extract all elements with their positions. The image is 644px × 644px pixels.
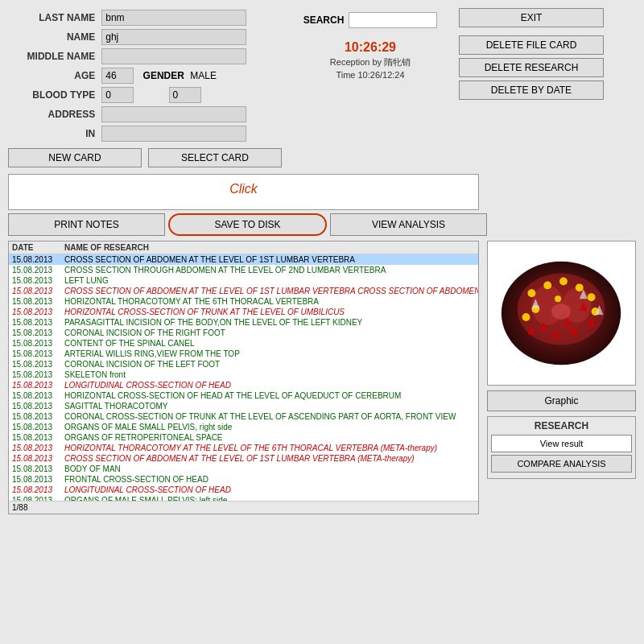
view-result-button[interactable]: View result bbox=[491, 435, 632, 452]
table-cell-date: 15.08.2013 bbox=[9, 411, 61, 422]
table-row[interactable]: 15.08.2013CORONAL CROSS-SECTION OF TRUNK… bbox=[9, 411, 478, 422]
reception-label: Reception by bbox=[330, 57, 382, 67]
reception-text: Reception by 隋牝销 bbox=[330, 56, 411, 68]
svg-point-13 bbox=[555, 295, 561, 302]
center-section: SEARCH 10:26:29 Reception by 隋牝销 Time 10… bbox=[290, 8, 451, 167]
new-card-button[interactable]: NEW CARD bbox=[8, 148, 142, 167]
graphic-button[interactable]: Graphic bbox=[487, 390, 636, 411]
table-cell-name: HORIZONTAL THORACOTOMY AT THE 6TH THORAC… bbox=[61, 296, 478, 307]
table-row[interactable]: 15.08.2013SKELETON front bbox=[9, 369, 478, 380]
table-row[interactable]: 15.08.2013FRONTAL CROSS-SECTION OF HEAD bbox=[9, 474, 478, 485]
table-row[interactable]: 15.08.2013PARASAGITTAL INCISION OF THE B… bbox=[9, 317, 478, 328]
table-row[interactable]: 15.08.2013LONGITUDINAL CROSS-SECTION OF … bbox=[9, 380, 478, 390]
table-cell-name: ORGANS OF RETROPERITONEAL SPACE bbox=[61, 432, 478, 443]
table-cell-date: 15.08.2013 bbox=[9, 275, 61, 286]
table-cell-name: ARTERIAL WILLIS RING,VIEW FROM THE TOP bbox=[61, 349, 478, 359]
svg-point-8 bbox=[576, 283, 584, 291]
table-row[interactable]: 15.08.2013CROSS SECTION THROUGH ABDOMEN … bbox=[9, 265, 478, 275]
svg-point-12 bbox=[522, 313, 530, 321]
compare-analysis-button[interactable]: COMPARE ANALYSIS bbox=[491, 455, 632, 473]
table-cell-date: 15.08.2013 bbox=[9, 359, 61, 369]
last-name-label: LAST NAME bbox=[8, 8, 98, 27]
name-label: NAME bbox=[8, 27, 98, 47]
table-cell-date: 15.08.2013 bbox=[9, 443, 61, 453]
table-cell-date: 15.08.2013 bbox=[9, 380, 61, 390]
table-cell-name: HORIZONTAL THORACOTOMY AT THE LEVEL OF T… bbox=[61, 443, 478, 453]
table-cell-name: PARASAGITTAL INCISION OF THE BODY,ON THE… bbox=[61, 317, 478, 328]
page-indicator: 1/88 bbox=[9, 501, 478, 514]
table-cell-name: BODY OF MAN bbox=[61, 464, 478, 474]
delete-by-date-button[interactable]: DELETE BY DATE bbox=[459, 80, 604, 100]
svg-point-7 bbox=[559, 278, 568, 286]
table-row[interactable]: 15.08.2013ORGANS OF RETROPERITONEAL SPAC… bbox=[9, 432, 478, 443]
table-cell-name: LEFT LUNG bbox=[61, 275, 478, 286]
data-table-container[interactable]: DATE NAME OF RESEARCH 15.08.2013CROSS SE… bbox=[8, 241, 479, 514]
save-to-disk-button[interactable]: SAVE TO DISK bbox=[168, 213, 327, 236]
table-cell-date: 15.08.2013 bbox=[9, 286, 61, 296]
table-row[interactable]: 15.08.2013HORIZONTAL CROSS-SECTION OF HE… bbox=[9, 390, 478, 401]
table-row[interactable]: 15.08.2013HORIZONTAL CROSS-SECTION OF TR… bbox=[9, 307, 478, 317]
table-row[interactable]: 15.08.2013SAGITTAL THORACOTOMY bbox=[9, 401, 478, 411]
right-panel: Graphic RESEARCH View result COMPARE ANA… bbox=[487, 241, 636, 514]
print-notes-button[interactable]: PRINT NOTES bbox=[8, 213, 165, 236]
table-row[interactable]: 15.08.2013CROSS SECTION OF ABDOMEN AT TH… bbox=[9, 286, 478, 296]
reception-name: 隋牝销 bbox=[384, 57, 411, 67]
research-title: RESEARCH bbox=[491, 420, 632, 431]
table-row[interactable]: 15.08.2013CROSS SECTION OF ABDOMEN AT TH… bbox=[9, 453, 478, 464]
table-cell-date: 15.08.2013 bbox=[9, 422, 61, 432]
delete-research-button[interactable]: DELETE RESEARCH bbox=[459, 58, 604, 77]
search-input[interactable] bbox=[349, 12, 437, 28]
table-row[interactable]: 15.08.2013BODY OF MAN bbox=[9, 464, 478, 474]
name-input[interactable] bbox=[101, 29, 246, 45]
blood-type-label: BLOOD TYPE bbox=[8, 85, 98, 105]
table-cell-date: 15.08.2013 bbox=[9, 338, 61, 349]
select-card-button[interactable]: SELECT CARD bbox=[148, 148, 282, 167]
table-cell-date: 15.08.2013 bbox=[9, 432, 61, 443]
in-label: IN bbox=[8, 124, 98, 143]
table-row[interactable]: 15.08.2013LEFT LUNG bbox=[9, 275, 478, 286]
time-display: 10:26:29 Reception by 隋牝销 Time 10:26/12:… bbox=[330, 40, 411, 80]
table-row[interactable]: 15.08.2013HORIZONTAL THORACOTOMY AT THE … bbox=[9, 443, 478, 453]
table-cell-name: LONGITUDINAL CROSS-SECTION OF HEAD bbox=[61, 485, 478, 495]
in-input[interactable] bbox=[101, 126, 246, 142]
table-row[interactable]: 15.08.2013CORONAL INCISION OF THE RIGHT … bbox=[9, 328, 478, 338]
table-cell-name: HORIZONTAL CROSS-SECTION OF HEAD AT THE … bbox=[61, 390, 478, 401]
delete-file-card-button[interactable]: DELETE FILE CARD bbox=[459, 35, 604, 55]
click-text: Click bbox=[12, 178, 475, 196]
middle-name-input[interactable] bbox=[101, 48, 246, 64]
table-row[interactable]: 15.08.2013LONGITUDINAL CROSS-SECTION OF … bbox=[9, 485, 478, 495]
time-sub: Time 10:26/12:24 bbox=[330, 70, 411, 80]
search-label: SEARCH bbox=[303, 14, 345, 26]
right-buttons: EXIT DELETE FILE CARD DELETE RESEARCH DE… bbox=[459, 8, 604, 167]
table-cell-date: 15.08.2013 bbox=[9, 453, 61, 464]
table-cell-date: 15.08.2013 bbox=[9, 485, 61, 495]
last-name-input[interactable] bbox=[101, 10, 246, 26]
blood-type-num-input[interactable] bbox=[169, 87, 201, 103]
table-row[interactable]: 15.08.2013CROSS SECTION OF ABDOMEN AT TH… bbox=[9, 254, 478, 266]
patient-info: LAST NAME NAME MIDDLE NAME AGE GENDER bbox=[8, 8, 282, 167]
notes-area: Click bbox=[8, 174, 479, 210]
content-section: DATE NAME OF RESEARCH 15.08.2013CROSS SE… bbox=[8, 241, 636, 514]
blood-type-input[interactable] bbox=[101, 87, 134, 103]
table-cell-name: SAGITTAL THORACOTOMY bbox=[61, 401, 478, 411]
table-cell-date: 15.08.2013 bbox=[9, 401, 61, 411]
table-row[interactable]: 15.08.2013CONTENT OF THE SPINAL CANEL bbox=[9, 338, 478, 349]
table-cell-date: 15.08.2013 bbox=[9, 464, 61, 474]
col-name: NAME OF RESEARCH bbox=[61, 242, 478, 254]
address-input[interactable] bbox=[101, 106, 246, 122]
table-cell-name: CORONAL INCISION OF THE LEFT FOOT bbox=[61, 359, 478, 369]
table-cell-date: 15.08.2013 bbox=[9, 369, 61, 380]
view-analysis-button[interactable]: VIEW ANALYSIS bbox=[330, 213, 487, 236]
table-cell-name: CROSS SECTION OF ABDOMEN AT THE LEVEL OF… bbox=[61, 453, 478, 464]
table-row[interactable]: 15.08.2013CORONAL INCISION OF THE LEFT F… bbox=[9, 359, 478, 369]
table-cell-name: FRONTAL CROSS-SECTION OF HEAD bbox=[61, 474, 478, 485]
exit-button[interactable]: EXIT bbox=[459, 8, 604, 27]
age-label: AGE bbox=[8, 66, 98, 85]
table-row[interactable]: 15.08.2013ORGANS OF MALE SMALL PELVIS, r… bbox=[9, 422, 478, 432]
table-row[interactable]: 15.08.2013ARTERIAL WILLIS RING,VIEW FROM… bbox=[9, 349, 478, 359]
age-input[interactable] bbox=[101, 68, 134, 84]
table-cell-date: 15.08.2013 bbox=[9, 296, 61, 307]
table-row[interactable]: 15.08.2013HORIZONTAL THORACOTOMY AT THE … bbox=[9, 296, 478, 307]
gender-value: MALE bbox=[190, 70, 217, 81]
table-cell-date: 15.08.2013 bbox=[9, 254, 61, 266]
